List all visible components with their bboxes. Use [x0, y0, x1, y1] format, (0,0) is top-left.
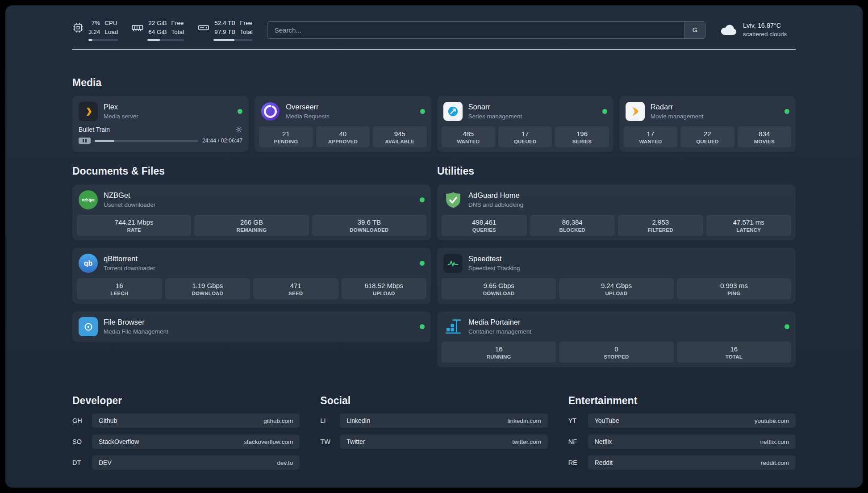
- disk-free-label: Free: [240, 19, 253, 28]
- cpu-label: CPU: [104, 19, 118, 28]
- bookmark-name: YouTube: [595, 417, 619, 424]
- stat-label: MOVIES: [739, 139, 789, 144]
- weather-widget[interactable]: Lviv, 16.87°C scattered clouds: [720, 21, 796, 38]
- bookmark-name: Github: [99, 417, 117, 424]
- cpu-percent: 7%: [88, 19, 100, 28]
- gear-icon[interactable]: [235, 126, 242, 133]
- bookmark-abbr: SO: [72, 438, 92, 445]
- service-card-portainer[interactable]: Media Portainer Container management 16 …: [437, 311, 796, 367]
- memory-free-value: 22 GiB: [148, 19, 167, 28]
- memory-total-value: 64 GiB: [148, 28, 167, 37]
- bookmark-reddit[interactable]: RE Reddit reddit.com: [568, 455, 796, 470]
- service-subtitle: Torrent downloader: [104, 265, 155, 272]
- stat-value: 485: [443, 130, 493, 138]
- overseerr-icon: [261, 102, 280, 121]
- section-title-entertainment: Entertainment: [568, 395, 796, 407]
- service-subtitle: Usenet downloader: [104, 201, 155, 209]
- stat-label: TOTAL: [679, 354, 789, 359]
- stat-filtered: 2,953 FILTERED: [618, 215, 703, 236]
- stat-wanted: 485 WANTED: [442, 126, 495, 147]
- disk-widget: 52.4 TB 97.9 TB Free Total: [197, 19, 253, 41]
- stat-download: 1.19 Gbps DOWNLOAD: [165, 278, 250, 299]
- bookmark-abbr: GH: [72, 417, 92, 424]
- stat-label: FILTERED: [620, 227, 701, 233]
- stat-wanted: 17 WANTED: [624, 126, 677, 147]
- disk-total-value: 97.9 TB: [214, 28, 235, 37]
- status-dot: [420, 324, 425, 329]
- pause-button[interactable]: [79, 138, 91, 144]
- stat-value: 0.993 ms: [679, 282, 789, 289]
- stat-value: 9.65 Gbps: [443, 282, 554, 289]
- bookmark-url: github.com: [263, 418, 293, 424]
- stat-label: UPLOAD: [561, 291, 672, 296]
- stat-value: 21: [261, 130, 311, 138]
- bookmark-github[interactable]: GH Github github.com: [72, 414, 300, 428]
- now-playing-title: Bullet Train: [79, 126, 110, 133]
- bookmark-twitter[interactable]: TW Twitter twitter.com: [320, 435, 547, 449]
- portainer-icon: [443, 317, 463, 336]
- bookmark-netflix[interactable]: NF Netflix netflix.com: [568, 435, 796, 449]
- stat-label: LEECH: [79, 291, 160, 296]
- section-title-media: Media: [72, 77, 796, 89]
- disk-icon: [197, 21, 210, 34]
- stat-label: DOWNLOAD: [167, 291, 249, 296]
- stat-value: 196: [557, 130, 607, 138]
- bookmark-youtube[interactable]: YT YouTube youtube.com: [568, 414, 796, 428]
- stat-upload: 618.52 Mbps UPLOAD: [342, 278, 427, 299]
- stat-value: 834: [739, 130, 789, 138]
- service-name: Speedtest: [468, 255, 520, 263]
- stat-latency: 47.571 ms LATENCY: [706, 215, 792, 236]
- bookmark-name: Twitter: [346, 438, 365, 445]
- bookmark-linkedin[interactable]: LI LinkedIn linkedin.com: [320, 414, 547, 428]
- cpu-icon: [72, 22, 84, 33]
- bookmark-abbr: YT: [568, 417, 588, 424]
- stat-running: 16 RUNNING: [442, 342, 556, 363]
- stat-label: DOWNLOAD: [443, 291, 554, 296]
- bookmark-name: StackOverflow: [99, 438, 139, 445]
- stat-value: 39.6 TB: [314, 218, 425, 226]
- bookmark-stackoverflow[interactable]: SO StackOverflow stackoverflow.com: [72, 435, 300, 449]
- service-subtitle: Media server: [104, 113, 138, 120]
- status-dot: [420, 109, 425, 114]
- adguard-icon: [443, 190, 463, 209]
- service-card-plex[interactable]: Plex Media server Bullet Train: [72, 96, 249, 152]
- stat-label: QUERIES: [443, 227, 525, 233]
- service-card-filebrowser[interactable]: File Browser Media File Management: [72, 311, 431, 342]
- service-name: Sonarr: [468, 103, 522, 112]
- stat-label: DOWNLOADED: [314, 227, 425, 233]
- status-dot: [420, 197, 425, 202]
- bookmark-dev[interactable]: DT DEV dev.to: [72, 455, 300, 470]
- weather-location: Lviv, 16.87°C: [743, 21, 787, 30]
- bookmark-abbr: LI: [320, 417, 340, 424]
- stat-series: 196 SERIES: [555, 126, 609, 147]
- service-card-adguard[interactable]: AdGuard Home DNS and adblocking 498,461 …: [437, 184, 796, 240]
- speedtest-icon: [443, 254, 463, 273]
- service-card-overseerr[interactable]: Overseerr Media Requests 21 PENDING 40 A…: [255, 96, 431, 152]
- stat-value: 498,461: [443, 218, 525, 226]
- service-card-sonarr[interactable]: Sonarr Series management 485 WANTED 17 Q…: [437, 96, 613, 152]
- search-provider-button[interactable]: G: [684, 22, 705, 38]
- bookmark-abbr: RE: [568, 459, 588, 466]
- stat-label: WANTED: [626, 139, 676, 144]
- search-input[interactable]: [267, 21, 705, 39]
- service-card-radarr[interactable]: Radarr Movie management 17 WANTED 22 QUE…: [619, 96, 796, 152]
- service-card-speedtest[interactable]: Speedtest Speedtest Tracking 9.65 Gbps D…: [437, 248, 796, 304]
- stat-value: 40: [318, 130, 368, 138]
- stat-rate: 744.21 Mbps RATE: [77, 215, 191, 236]
- service-subtitle: Media File Management: [104, 328, 168, 335]
- disk-free-value: 52.4 TB: [214, 19, 235, 28]
- stat-value: 744.21 Mbps: [79, 218, 189, 226]
- service-card-nzbget[interactable]: nzbget NZBGet Usenet downloader 744.21 M…: [72, 184, 431, 240]
- memory-free-label: Free: [171, 19, 184, 28]
- cpu-load-label: Load: [104, 28, 118, 37]
- service-name: qBittorrent: [104, 255, 155, 263]
- playback-progress-bar[interactable]: [95, 140, 198, 142]
- memory-progress-bar: [147, 39, 184, 41]
- service-card-qbittorrent[interactable]: qb qBittorrent Torrent downloader 16 LEE…: [72, 248, 431, 304]
- bookmark-name: Netflix: [595, 438, 612, 445]
- stat-upload: 9.24 Gbps UPLOAD: [559, 278, 673, 299]
- bookmark-group-social: Social LI LinkedIn linkedin.com TW Twitt…: [320, 395, 547, 470]
- stat-value: 86,384: [532, 218, 613, 226]
- stat-value: 9.24 Gbps: [561, 282, 672, 289]
- memory-total-label: Total: [171, 28, 184, 37]
